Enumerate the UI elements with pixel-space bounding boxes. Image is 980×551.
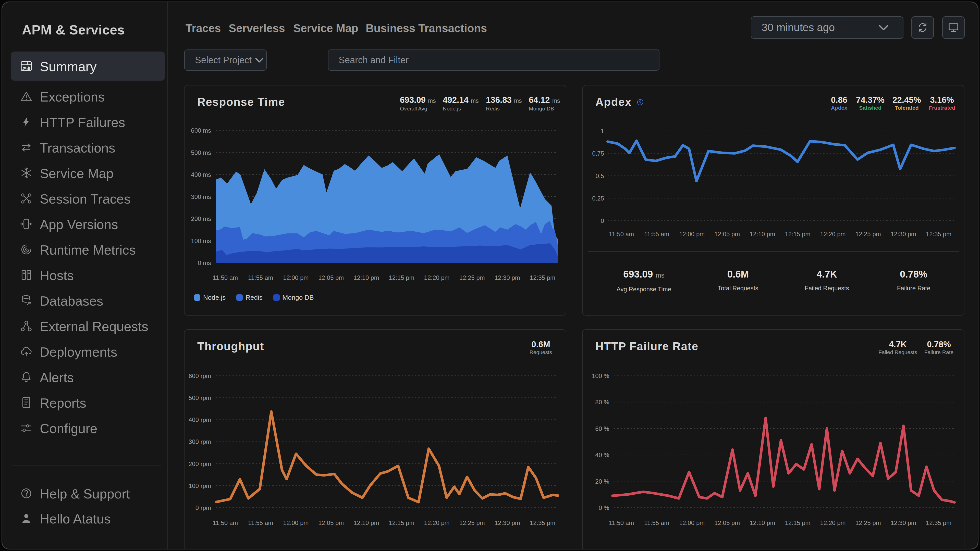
svg-text:0.5: 0.5 (596, 172, 604, 179)
svg-text:12:15 pm: 12:15 pm (785, 230, 810, 238)
svg-text:500 ms: 500 ms (191, 149, 211, 156)
svg-text:12:10 pm: 12:10 pm (353, 274, 379, 281)
svg-text:12:20 pm: 12:20 pm (820, 230, 846, 238)
svg-text:60 %: 60 % (595, 425, 609, 432)
svg-text:80 %: 80 % (595, 399, 609, 406)
svg-text:12:15 pm: 12:15 pm (389, 519, 414, 526)
svg-text:400 rpm: 400 rpm (189, 416, 211, 423)
svg-text:12:00 pm: 12:00 pm (283, 519, 309, 526)
svg-text:11:55 am: 11:55 am (644, 519, 669, 526)
svg-text:12:05 pm: 12:05 pm (714, 519, 740, 526)
svg-text:12:20 pm: 12:20 pm (820, 519, 846, 526)
svg-text:40 %: 40 % (595, 451, 609, 458)
svg-text:400 ms: 400 ms (191, 171, 211, 178)
svg-text:12:30 pm: 12:30 pm (495, 274, 520, 281)
svg-text:12:35 pm: 12:35 pm (926, 519, 951, 526)
svg-text:200 rpm: 200 rpm (189, 460, 211, 467)
svg-text:12:30 pm: 12:30 pm (891, 230, 916, 238)
svg-text:11:55 am: 11:55 am (644, 230, 669, 238)
svg-text:12:30 pm: 12:30 pm (495, 519, 520, 526)
svg-text:12:05 pm: 12:05 pm (318, 519, 344, 526)
svg-text:11:50 am: 11:50 am (609, 519, 634, 526)
svg-text:100 %: 100 % (592, 372, 609, 380)
svg-text:600 rpm: 600 rpm (189, 372, 211, 380)
svg-text:11:50 am: 11:50 am (213, 274, 238, 281)
svg-text:12:25 pm: 12:25 pm (856, 230, 881, 238)
svg-text:12:05 pm: 12:05 pm (318, 274, 344, 281)
svg-text:11:55 am: 11:55 am (248, 274, 273, 281)
svg-text:0: 0 (601, 218, 604, 224)
svg-text:100 ms: 100 ms (191, 238, 211, 245)
svg-text:12:00 pm: 12:00 pm (679, 230, 705, 238)
svg-text:12:00 pm: 12:00 pm (283, 274, 309, 281)
svg-text:0 ms: 0 ms (198, 259, 211, 266)
svg-text:12:25 pm: 12:25 pm (460, 274, 485, 281)
svg-text:12:00 pm: 12:00 pm (679, 519, 705, 526)
svg-text:11:50 am: 11:50 am (213, 519, 238, 526)
svg-text:100 rpm: 100 rpm (189, 483, 211, 489)
svg-text:12:20 pm: 12:20 pm (424, 274, 450, 281)
svg-text:12:10 pm: 12:10 pm (749, 519, 775, 526)
svg-text:600 ms: 600 ms (191, 127, 211, 134)
svg-text:12:30 pm: 12:30 pm (891, 519, 916, 526)
svg-text:12:15 pm: 12:15 pm (785, 519, 810, 526)
svg-text:300 rpm: 300 rpm (189, 438, 211, 445)
svg-text:12:20 pm: 12:20 pm (424, 519, 450, 526)
svg-text:0.75: 0.75 (592, 150, 604, 157)
svg-text:300 ms: 300 ms (191, 193, 211, 200)
svg-text:500 rpm: 500 rpm (189, 394, 211, 401)
svg-text:200 ms: 200 ms (191, 215, 211, 222)
svg-text:11:50 am: 11:50 am (609, 230, 634, 238)
svg-text:12:35 pm: 12:35 pm (926, 230, 951, 238)
svg-text:0 rpm: 0 rpm (196, 504, 211, 511)
svg-text:12:10 pm: 12:10 pm (749, 230, 775, 238)
svg-text:12:10 pm: 12:10 pm (353, 519, 379, 526)
svg-text:12:15 pm: 12:15 pm (389, 274, 414, 281)
svg-text:11:55 am: 11:55 am (248, 519, 273, 526)
svg-text:1: 1 (601, 127, 604, 135)
svg-text:20 %: 20 % (595, 478, 609, 485)
svg-text:0.25: 0.25 (592, 195, 604, 202)
svg-text:12:35 pm: 12:35 pm (530, 274, 555, 281)
svg-text:12:35 pm: 12:35 pm (530, 519, 555, 526)
svg-text:12:05 pm: 12:05 pm (714, 230, 740, 238)
svg-text:12:25 pm: 12:25 pm (460, 519, 485, 526)
svg-text:12:25 pm: 12:25 pm (856, 519, 881, 526)
svg-text:0 %: 0 % (599, 504, 609, 511)
